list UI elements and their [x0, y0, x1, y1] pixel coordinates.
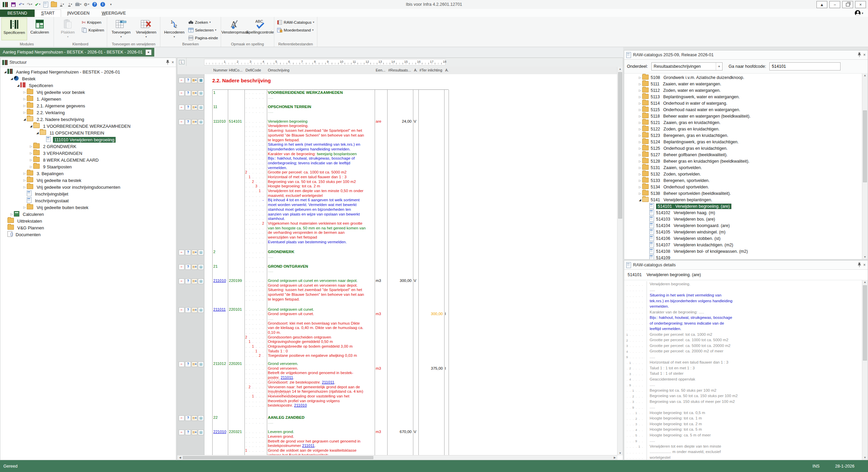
import-icon[interactable]: ↓▾ [59, 1, 65, 7]
expand-icon[interactable]: ▷ [29, 151, 33, 155]
column-header-a[interactable]: A. [414, 68, 417, 72]
post-info-icon[interactable]: ? [185, 90, 191, 96]
collapse-icon[interactable]: ◢ [9, 77, 14, 80]
catalog-leaf-item[interactable]: 514105Verwijderen windsingel. (m) [624, 229, 862, 235]
add-line-icon[interactable]: ≣+ [192, 415, 197, 421]
ribbon-selecteren-button[interactable]: Selecteren▾ [187, 27, 219, 33]
expand-icon[interactable]: ▷ [22, 172, 27, 175]
ribbon-vensteropmaak-button[interactable]: AVensteropmaak [222, 18, 248, 40]
structure-tree-item[interactable]: ▷1. Algemeen [0, 96, 176, 102]
ribbon-knippen-button[interactable]: ✄Knippen [80, 19, 105, 25]
document-tab[interactable]: Aanleg Fietspad Nergenshuizen - BESTEK -… [0, 48, 154, 57]
structure-tree-item[interactable]: ▷Vrij gedeelte voor bestek [0, 89, 176, 96]
add-line-icon[interactable]: ≣+ [192, 119, 197, 125]
structure-tree-item[interactable]: ◢11 OPSCHONEN TERREIN [0, 129, 176, 136]
expand-icon[interactable]: ▷ [22, 90, 27, 94]
expand-icon[interactable]: ▷ [22, 97, 27, 101]
account-button[interactable]: ▾ [855, 10, 863, 16]
catalog-folder-item[interactable]: ▷5128Beheer gras en kruidachtigen (beeld… [624, 158, 862, 164]
catalog-leaf-item[interactable]: 514102Verwijderen haag. (m) [624, 209, 862, 216]
post-info-icon[interactable]: ? [185, 119, 191, 125]
structure-tree-item[interactable]: ▷3 VERHARDINGEN [0, 150, 176, 157]
post-info-icon[interactable]: ? [185, 430, 191, 435]
ribbon-moederbestand-button[interactable]: Moederbestand▾ [276, 27, 316, 33]
scroll-down-icon[interactable]: ▼ [862, 255, 868, 259]
structure-tree-item[interactable]: ▷Vrij gedeelte buiten bestek [0, 204, 176, 211]
column-header-resultaats[interactable]: #Resultaats... [388, 68, 411, 72]
add-line-icon[interactable]: ≣+ [192, 264, 197, 270]
post-document-icon[interactable]: ▤ [198, 250, 204, 255]
add-line-icon[interactable]: ≣+ [192, 430, 197, 435]
catalog-folder-item[interactable]: ▷5121Zaaien, gras en kruidachtigen. [624, 119, 862, 126]
minimize-icon[interactable]: − [829, 1, 840, 8]
collapse-post-icon[interactable]: − [179, 415, 184, 421]
onderdeel-select[interactable]: Resultaatsbeschrijvingen ▾ [651, 62, 723, 70]
document-tab-close-icon[interactable]: × [145, 49, 152, 55]
add-line-icon[interactable]: ≣+ [192, 250, 197, 255]
catalog-leaf-item[interactable]: 514103Verwijderen bos. (are) [624, 216, 862, 222]
structure-tree-item[interactable]: ▷3. Bepalingen [0, 170, 176, 177]
post-info-icon[interactable]: ? [185, 307, 191, 313]
column-header-nummer[interactable]: Nummer [213, 68, 228, 72]
catalog-folder-item[interactable]: ▷5131Zaaien, sportvelden. [624, 164, 862, 171]
close-panel-icon[interactable]: × [863, 53, 866, 57]
catalog-folder-item[interactable]: ▷5138Beheer sportvelden (beeldkwaliteit)… [624, 190, 862, 197]
restore-icon[interactable] [842, 1, 853, 8]
expand-icon[interactable]: ▷ [638, 115, 642, 118]
ribbon-zoeken-button[interactable]: Zoeken▾ [187, 19, 219, 25]
expand-icon[interactable]: ▷ [29, 165, 33, 168]
validate-icon[interactable]: ✔▾ [35, 1, 41, 7]
bestekpost-number[interactable]: 221010 [213, 430, 226, 434]
undo-icon[interactable]: ↶▾ [18, 1, 24, 7]
catalog-folder-item[interactable]: ▷5127Beheer golfbanen (beeldkwaliteit). [624, 151, 862, 158]
ribbon-toevoegen-button[interactable]: Toevoegen▾ [108, 18, 134, 40]
structure-tree-item[interactable]: ◢Aanleg Fietspad Nergenshuizen - BESTEK … [0, 68, 176, 75]
structure-tree-item[interactable]: 111010 Verwijderen begroeiing [0, 136, 176, 143]
redo-icon[interactable]: ↷▾ [26, 1, 33, 7]
ribbon-spellingcontrole-button[interactable]: ABCSpellingcontrole [248, 18, 273, 40]
scroll-down-icon[interactable]: ▼ [862, 456, 868, 459]
expand-icon[interactable]: ▷ [638, 185, 642, 189]
ribbon-raw-catalogus-button[interactable]: RAW-Catalogus▾ [276, 19, 316, 25]
ribbon-specificeren-button[interactable]: Specificeren [1, 18, 27, 40]
bestekpost-row[interactable]: 111010514101............................… [212, 119, 449, 245]
more-icon[interactable]: ▾ [108, 1, 114, 7]
column-header-een[interactable]: Een... [376, 68, 386, 72]
add-line-icon[interactable]: ≣+ [192, 279, 197, 284]
expand-icon[interactable]: ▷ [638, 95, 642, 99]
post-info-icon[interactable]: ? [185, 279, 191, 284]
column-header-deficode[interactable]: DefiCode [245, 68, 261, 72]
catalog-leaf-item[interactable]: 514107Verwijderen kruidachtigen. (m2) [624, 242, 862, 248]
catalog-folder-item[interactable]: ▷5133Beregenen, sportvelden. [624, 177, 862, 184]
ribbon-verwijderen-button[interactable]: Verwijderen▾ [134, 18, 159, 40]
expand-icon[interactable]: ▷ [638, 192, 642, 195]
post-info-icon[interactable]: ? [185, 264, 191, 270]
section-row[interactable]: 2............GRONDWERK.....−?≣+▤ [212, 250, 449, 259]
bestekpost-row[interactable]: 211012220201............................… [212, 362, 449, 408]
collapse-icon[interactable]: ◢ [22, 118, 27, 121]
catalog-folder-item[interactable]: ▷5123Beregenen, gras en kruidachtigen. [624, 132, 862, 139]
tab-start[interactable]: START [35, 9, 61, 17]
scroll-up-icon[interactable]: ▲ [862, 74, 868, 77]
expand-icon[interactable]: ▷ [638, 89, 642, 92]
details-scrollbar[interactable]: ▲ ▼ [862, 280, 868, 460]
catalog-folder-item[interactable]: ▷5124Beplantingswerk, gras en kruidachti… [624, 139, 862, 145]
bestekpost-number[interactable]: 211011 [213, 307, 226, 311]
column-header-hfdco[interactable]: HfdCo... [229, 68, 242, 72]
catalog-folder-item[interactable]: ▷5118Beheer water en watergangen (beeldk… [624, 113, 862, 119]
post-document-icon[interactable]: ▤ [198, 119, 204, 125]
catalog-leaf-item[interactable]: 514106Verwijderen stobben. (st) [624, 235, 862, 242]
catalog-scrollbar[interactable]: ▲ ▼ [862, 73, 868, 259]
structure-tree-item[interactable]: V&G Plannen [0, 224, 176, 231]
post-info-icon[interactable]: ? [185, 105, 191, 110]
expand-icon[interactable]: ▷ [638, 134, 642, 137]
collapse-post-icon[interactable]: − [179, 362, 184, 367]
bestekpost-number[interactable]: 211010 [213, 279, 226, 283]
expand-icon[interactable]: ▷ [22, 104, 27, 107]
ribbon-hercoderen-button[interactable]: 12Hercoderen▾ [162, 18, 187, 40]
collapse-post-icon[interactable]: − [179, 78, 184, 83]
structure-tree-item[interactable]: ▷Vrij gedeelte voor inschrijvingsdocumen… [0, 184, 176, 190]
close-icon[interactable]: × [855, 1, 866, 8]
structure-tree-item[interactable]: Inschrijvingsbiljet [0, 190, 176, 197]
catalog-folder-item[interactable]: ▷5112Zoden, water en watergangen. [624, 87, 862, 94]
